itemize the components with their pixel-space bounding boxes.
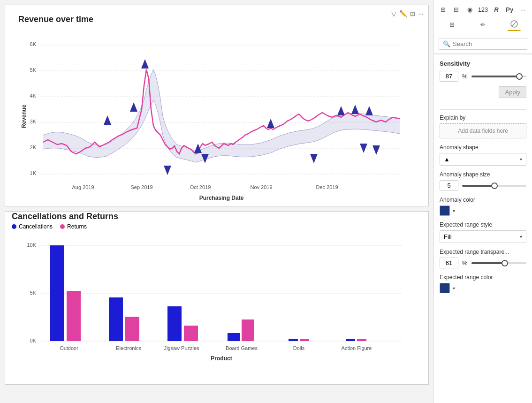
y-bar-10k: 10K — [27, 242, 36, 248]
chart-legend: Cancellations Returns — [5, 221, 428, 234]
anomaly-shape-value: ▲ — [444, 156, 450, 163]
bar-chart-svg: 10K 5K 0K Outdoor Electronics Jigsaw — [17, 234, 416, 372]
anomaly-3 — [130, 102, 137, 112]
expected-transparency-value[interactable]: 61 — [440, 258, 458, 268]
anomaly-size-slider-thumb[interactable] — [491, 182, 498, 189]
anomaly-8 — [365, 106, 373, 115]
anomaly-shape-select[interactable]: ▲ ▾ — [440, 153, 526, 166]
icon-row-1: ⊞ ⊟ ◉ 123 R Py ··· — [437, 2, 529, 17]
more-icon[interactable]: ··· — [418, 10, 424, 17]
legend-cancellations: Cancellations — [12, 223, 53, 230]
svg-line-10 — [512, 24, 514, 26]
bar-outdoor-returns — [67, 291, 81, 341]
y-tick-2k: 2K — [30, 144, 37, 150]
kpi-icon[interactable]: 123 — [477, 3, 489, 16]
matrix-icon[interactable]: ⊟ — [450, 3, 462, 16]
y-tick-4k: 4K — [30, 93, 37, 99]
x-label-outdoor: Outdoor — [60, 345, 78, 351]
pencil-icon[interactable]: ✏ — [476, 18, 489, 31]
more-visuals-icon[interactable]: ··· — [517, 3, 529, 16]
x-axis-label: Purchasing Date — [199, 195, 244, 201]
edit-icon[interactable]: ✏️ — [399, 10, 407, 17]
legend-dot-returns — [60, 224, 65, 229]
expected-range-color-arrow[interactable]: ▾ — [453, 286, 455, 291]
expand-icon[interactable]: ⊡ — [410, 10, 415, 17]
sensitivity-control: 87 % — [440, 71, 526, 82]
anomaly-7 — [351, 105, 359, 114]
icon-row-2: ⊞ ✏ — [437, 17, 529, 32]
apply-button[interactable]: Apply — [499, 86, 526, 98]
anomaly-shape-label: Anomaly shape — [440, 144, 526, 151]
x-tick-nov: Nov 2019 — [250, 184, 272, 190]
sensitivity-row-wrapper: 87 % Apply — [440, 71, 526, 105]
line-chart-svg: 6K 5K 4K 3K 2K 1K Revenue Aug 2019 Sep 2… — [17, 27, 416, 205]
expected-range-color-swatch[interactable] — [440, 283, 450, 293]
sensitivity-slider[interactable] — [471, 76, 526, 77]
bar-actionfigure-cancellations — [346, 339, 355, 341]
expected-transparency-control: 61 % — [440, 258, 526, 268]
search-input[interactable] — [453, 40, 532, 47]
y-bar-5k: 5K — [30, 290, 37, 296]
expected-range-style-value: Fill — [444, 233, 452, 240]
anomaly-color-arrow[interactable]: ▾ — [453, 208, 455, 213]
legend-label-returns: Returns — [67, 223, 87, 230]
y-tick-1k: 1K — [30, 170, 37, 176]
anomaly-1 — [141, 59, 149, 68]
settings-panel: Sensitivity 87 % Apply Explain by Add da… — [434, 54, 532, 403]
bar-jigsaw-cancellations — [167, 306, 182, 341]
legend-label-cancellations: Cancellations — [19, 223, 53, 230]
expected-transparency-slider[interactable] — [471, 262, 526, 264]
analytics-icon[interactable] — [508, 18, 521, 31]
table-icon[interactable]: ⊞ — [437, 3, 449, 16]
filter-icon[interactable]: ▽ — [391, 10, 396, 17]
x-label-boardgames: Board Games — [226, 345, 258, 351]
sensitivity-percent: % — [462, 73, 468, 80]
expected-transparency-percent: % — [462, 259, 468, 266]
right-panel: ⊞ ⊟ ◉ 123 R Py ··· ⊞ ✏ 🔍 — [433, 0, 532, 403]
x-label-jigsaw: Jigsaw Puzzles — [164, 345, 199, 351]
grid-icon[interactable]: ⊞ — [445, 18, 458, 31]
anomaly-size-control: 5 — [440, 180, 526, 191]
y-axis-label: Revenue — [21, 105, 27, 128]
py-icon[interactable]: Py — [503, 3, 516, 16]
r-icon[interactable]: R — [490, 3, 502, 16]
bar-outdoor-cancellations — [50, 245, 64, 341]
anomaly-size-slider[interactable] — [462, 185, 526, 187]
bar-electronics-returns — [125, 317, 139, 341]
expected-range-color-row: ▾ — [440, 283, 526, 293]
card-icon[interactable]: ◉ — [464, 3, 476, 16]
sensitivity-value[interactable]: 87 — [440, 71, 458, 82]
anomaly-color-row: ▾ — [440, 205, 526, 216]
bar-dolls-returns — [300, 339, 309, 341]
search-bar: 🔍 — [434, 34, 532, 54]
bar-electronics-cancellations — [109, 297, 123, 341]
anomaly-size-value[interactable]: 5 — [440, 180, 458, 191]
anomaly-2 — [104, 115, 111, 125]
expected-range-style-arrow: ▾ — [520, 234, 522, 239]
sensitivity-slider-fill — [471, 76, 519, 77]
explain-by-label: Explain by — [440, 114, 526, 121]
sensitivity-label: Sensitivity — [440, 60, 526, 67]
anomaly-5 — [267, 119, 274, 128]
anomaly-color-label: Anomaly color — [440, 197, 526, 203]
y-tick-5k: 5K — [30, 67, 37, 73]
anomaly-6 — [337, 106, 345, 115]
anomaly-up-3 — [310, 154, 318, 163]
x-tick-aug: Aug 2019 — [72, 184, 94, 190]
anomaly-size-slider-fill — [462, 185, 494, 187]
search-input-wrapper[interactable]: 🔍 — [439, 38, 527, 50]
expected-range-style-select[interactable]: Fill ▾ — [440, 230, 526, 243]
anomaly-color-swatch[interactable] — [440, 205, 450, 216]
bar-dolls-cancellations — [289, 339, 298, 341]
search-icon: 🔍 — [443, 40, 450, 47]
expected-transparency-thumb[interactable] — [502, 260, 508, 266]
bar-jigsaw-returns — [184, 326, 198, 341]
line-chart-container: Revenue over time ▽ ✏️ ⊡ ··· 6K 5K 4K 3K… — [5, 5, 429, 206]
x-tick-dec: Dec 2019 — [316, 184, 338, 190]
divider-1 — [440, 109, 526, 110]
explain-by-dropzone[interactable]: Add data fields here — [440, 123, 526, 138]
sensitivity-slider-thumb[interactable] — [516, 73, 523, 80]
y-tick-6k: 6K — [30, 41, 37, 47]
expected-range-style-label: Expected range style — [440, 221, 526, 228]
main-content: Revenue over time ▽ ✏️ ⊡ ··· 6K 5K 4K 3K… — [0, 0, 433, 403]
